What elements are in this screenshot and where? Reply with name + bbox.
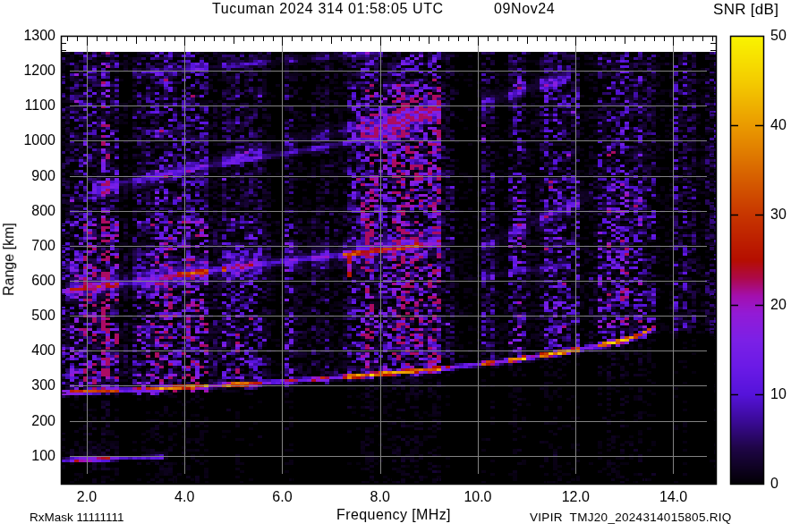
x-tick-label: 12.0 — [553, 489, 598, 505]
x-tick-label: 2.0 — [64, 489, 109, 505]
y-tick-label: 1000 — [4, 132, 55, 148]
x-tick-label: 10.0 — [455, 489, 500, 505]
y-tick-label: 1200 — [4, 63, 55, 79]
x-axis-label: Frequency [MHz] — [304, 507, 483, 523]
plot-title: Tucuman 2024 314 01:58:05 UTC — [212, 1, 444, 17]
x-tick-label: 6.0 — [259, 489, 304, 505]
colorbar-tick-label: 40 — [770, 117, 787, 133]
ionogram-figure: Tucuman 2024 314 01:58:05 UTC 09Nov24 SN… — [0, 0, 791, 532]
x-tick-label: 8.0 — [358, 489, 403, 505]
colorbar-tick-label: 0 — [770, 476, 778, 492]
rxmask-text: RxMask 11111111 — [30, 511, 124, 525]
y-tick-label: 800 — [4, 203, 55, 219]
colorbar-tick-label: 50 — [770, 28, 787, 44]
y-tick-label: 900 — [4, 168, 55, 184]
filename-text: VIPIR TMJ20_2024314015805.RIQ — [530, 511, 732, 525]
colorbar-tick-label: 30 — [770, 207, 787, 223]
y-tick-label: 500 — [4, 308, 55, 324]
x-tick-label: 4.0 — [162, 489, 207, 505]
y-tick-label: 200 — [4, 413, 55, 429]
ionogram-canvas — [0, 0, 791, 532]
x-tick-label: 14.0 — [651, 489, 695, 505]
y-tick-label: 1100 — [4, 97, 55, 114]
y-tick-label: 700 — [4, 238, 55, 254]
y-tick-label: 100 — [4, 448, 55, 464]
y-tick-label: 600 — [4, 273, 55, 289]
y-tick-label: 300 — [4, 377, 55, 393]
colorbar-title: SNR [dB] — [713, 2, 778, 19]
plot-title-date: 09Nov24 — [494, 1, 555, 17]
colorbar-tick-label: 20 — [770, 297, 787, 313]
y-tick-label: 1300 — [4, 28, 55, 44]
colorbar-tick-label: 10 — [770, 386, 787, 402]
y-tick-label: 400 — [4, 342, 55, 359]
